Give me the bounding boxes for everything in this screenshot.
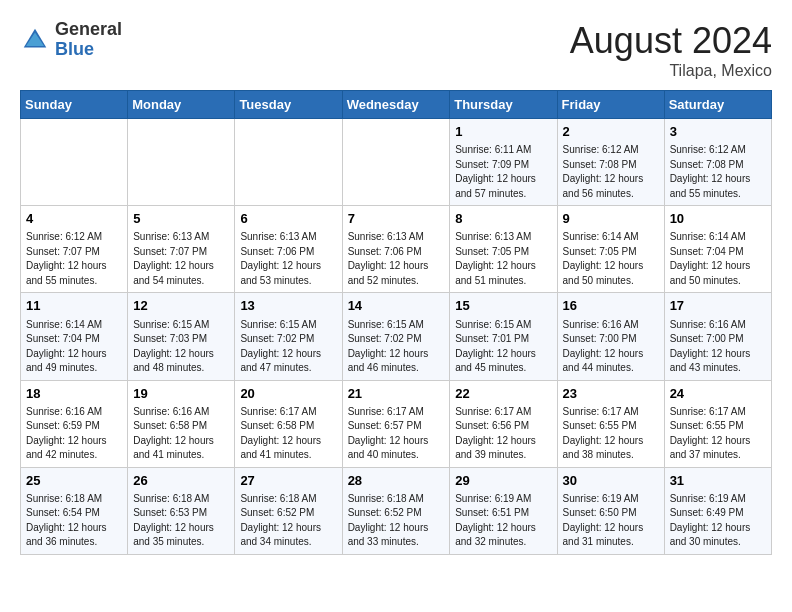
day-number: 24 [670, 385, 766, 403]
cell-content: Sunrise: 6:17 AM Sunset: 6:55 PM Dayligh… [563, 405, 659, 463]
calendar-cell: 29Sunrise: 6:19 AM Sunset: 6:51 PM Dayli… [450, 467, 557, 554]
calendar-week-3: 11Sunrise: 6:14 AM Sunset: 7:04 PM Dayli… [21, 293, 772, 380]
day-number: 12 [133, 297, 229, 315]
day-number: 11 [26, 297, 122, 315]
day-number: 18 [26, 385, 122, 403]
day-number: 4 [26, 210, 122, 228]
cell-content: Sunrise: 6:15 AM Sunset: 7:03 PM Dayligh… [133, 318, 229, 376]
day-number: 28 [348, 472, 445, 490]
day-number: 19 [133, 385, 229, 403]
day-number: 8 [455, 210, 551, 228]
cell-content: Sunrise: 6:13 AM Sunset: 7:07 PM Dayligh… [133, 230, 229, 288]
cell-content: Sunrise: 6:18 AM Sunset: 6:54 PM Dayligh… [26, 492, 122, 550]
day-number: 6 [240, 210, 336, 228]
cell-content: Sunrise: 6:19 AM Sunset: 6:49 PM Dayligh… [670, 492, 766, 550]
day-number: 7 [348, 210, 445, 228]
calendar-cell: 1Sunrise: 6:11 AM Sunset: 7:09 PM Daylig… [450, 119, 557, 206]
day-number: 10 [670, 210, 766, 228]
calendar-cell: 26Sunrise: 6:18 AM Sunset: 6:53 PM Dayli… [128, 467, 235, 554]
calendar-cell: 18Sunrise: 6:16 AM Sunset: 6:59 PM Dayli… [21, 380, 128, 467]
calendar-week-2: 4Sunrise: 6:12 AM Sunset: 7:07 PM Daylig… [21, 206, 772, 293]
month-title: August 2024 [570, 20, 772, 62]
header-monday: Monday [128, 91, 235, 119]
calendar-week-1: 1Sunrise: 6:11 AM Sunset: 7:09 PM Daylig… [21, 119, 772, 206]
calendar-cell: 6Sunrise: 6:13 AM Sunset: 7:06 PM Daylig… [235, 206, 342, 293]
cell-content: Sunrise: 6:15 AM Sunset: 7:02 PM Dayligh… [240, 318, 336, 376]
day-number: 9 [563, 210, 659, 228]
day-number: 13 [240, 297, 336, 315]
cell-content: Sunrise: 6:14 AM Sunset: 7:04 PM Dayligh… [670, 230, 766, 288]
cell-content: Sunrise: 6:18 AM Sunset: 6:53 PM Dayligh… [133, 492, 229, 550]
logo: General Blue [20, 20, 122, 60]
cell-content: Sunrise: 6:17 AM Sunset: 6:58 PM Dayligh… [240, 405, 336, 463]
day-number: 30 [563, 472, 659, 490]
header-friday: Friday [557, 91, 664, 119]
calendar-cell: 9Sunrise: 6:14 AM Sunset: 7:05 PM Daylig… [557, 206, 664, 293]
cell-content: Sunrise: 6:18 AM Sunset: 6:52 PM Dayligh… [348, 492, 445, 550]
cell-content: Sunrise: 6:19 AM Sunset: 6:50 PM Dayligh… [563, 492, 659, 550]
day-number: 23 [563, 385, 659, 403]
calendar-cell: 15Sunrise: 6:15 AM Sunset: 7:01 PM Dayli… [450, 293, 557, 380]
cell-content: Sunrise: 6:15 AM Sunset: 7:01 PM Dayligh… [455, 318, 551, 376]
cell-content: Sunrise: 6:16 AM Sunset: 7:00 PM Dayligh… [563, 318, 659, 376]
page-header: General Blue August 2024 Tilapa, Mexico [20, 20, 772, 80]
cell-content: Sunrise: 6:16 AM Sunset: 6:59 PM Dayligh… [26, 405, 122, 463]
calendar-cell [128, 119, 235, 206]
cell-content: Sunrise: 6:13 AM Sunset: 7:06 PM Dayligh… [240, 230, 336, 288]
calendar-cell: 14Sunrise: 6:15 AM Sunset: 7:02 PM Dayli… [342, 293, 450, 380]
cell-content: Sunrise: 6:13 AM Sunset: 7:06 PM Dayligh… [348, 230, 445, 288]
calendar-cell [21, 119, 128, 206]
header-sunday: Sunday [21, 91, 128, 119]
cell-content: Sunrise: 6:18 AM Sunset: 6:52 PM Dayligh… [240, 492, 336, 550]
logo-icon [20, 25, 50, 55]
calendar-cell: 19Sunrise: 6:16 AM Sunset: 6:58 PM Dayli… [128, 380, 235, 467]
calendar-cell: 5Sunrise: 6:13 AM Sunset: 7:07 PM Daylig… [128, 206, 235, 293]
calendar-cell: 24Sunrise: 6:17 AM Sunset: 6:55 PM Dayli… [664, 380, 771, 467]
day-number: 21 [348, 385, 445, 403]
cell-content: Sunrise: 6:12 AM Sunset: 7:08 PM Dayligh… [670, 143, 766, 201]
calendar-cell: 17Sunrise: 6:16 AM Sunset: 7:00 PM Dayli… [664, 293, 771, 380]
calendar-cell: 7Sunrise: 6:13 AM Sunset: 7:06 PM Daylig… [342, 206, 450, 293]
calendar-cell: 2Sunrise: 6:12 AM Sunset: 7:08 PM Daylig… [557, 119, 664, 206]
day-number: 20 [240, 385, 336, 403]
calendar-cell: 28Sunrise: 6:18 AM Sunset: 6:52 PM Dayli… [342, 467, 450, 554]
header-tuesday: Tuesday [235, 91, 342, 119]
cell-content: Sunrise: 6:17 AM Sunset: 6:57 PM Dayligh… [348, 405, 445, 463]
day-number: 14 [348, 297, 445, 315]
calendar-cell: 12Sunrise: 6:15 AM Sunset: 7:03 PM Dayli… [128, 293, 235, 380]
calendar-cell: 31Sunrise: 6:19 AM Sunset: 6:49 PM Dayli… [664, 467, 771, 554]
logo-text: General Blue [55, 20, 122, 60]
calendar-cell [342, 119, 450, 206]
day-number: 3 [670, 123, 766, 141]
logo-blue: Blue [55, 40, 122, 60]
location: Tilapa, Mexico [570, 62, 772, 80]
calendar-cell: 4Sunrise: 6:12 AM Sunset: 7:07 PM Daylig… [21, 206, 128, 293]
calendar-cell: 16Sunrise: 6:16 AM Sunset: 7:00 PM Dayli… [557, 293, 664, 380]
day-number: 25 [26, 472, 122, 490]
calendar-week-5: 25Sunrise: 6:18 AM Sunset: 6:54 PM Dayli… [21, 467, 772, 554]
calendar-cell: 20Sunrise: 6:17 AM Sunset: 6:58 PM Dayli… [235, 380, 342, 467]
cell-content: Sunrise: 6:16 AM Sunset: 6:58 PM Dayligh… [133, 405, 229, 463]
calendar-cell: 25Sunrise: 6:18 AM Sunset: 6:54 PM Dayli… [21, 467, 128, 554]
cell-content: Sunrise: 6:12 AM Sunset: 7:07 PM Dayligh… [26, 230, 122, 288]
cell-content: Sunrise: 6:14 AM Sunset: 7:05 PM Dayligh… [563, 230, 659, 288]
header-wednesday: Wednesday [342, 91, 450, 119]
calendar-week-4: 18Sunrise: 6:16 AM Sunset: 6:59 PM Dayli… [21, 380, 772, 467]
header-saturday: Saturday [664, 91, 771, 119]
calendar-cell: 8Sunrise: 6:13 AM Sunset: 7:05 PM Daylig… [450, 206, 557, 293]
day-number: 17 [670, 297, 766, 315]
cell-content: Sunrise: 6:11 AM Sunset: 7:09 PM Dayligh… [455, 143, 551, 201]
calendar-cell: 11Sunrise: 6:14 AM Sunset: 7:04 PM Dayli… [21, 293, 128, 380]
calendar-cell: 23Sunrise: 6:17 AM Sunset: 6:55 PM Dayli… [557, 380, 664, 467]
calendar-table: SundayMondayTuesdayWednesdayThursdayFrid… [20, 90, 772, 555]
day-number: 1 [455, 123, 551, 141]
day-number: 15 [455, 297, 551, 315]
calendar-cell: 21Sunrise: 6:17 AM Sunset: 6:57 PM Dayli… [342, 380, 450, 467]
cell-content: Sunrise: 6:15 AM Sunset: 7:02 PM Dayligh… [348, 318, 445, 376]
calendar-cell: 30Sunrise: 6:19 AM Sunset: 6:50 PM Dayli… [557, 467, 664, 554]
calendar-cell: 27Sunrise: 6:18 AM Sunset: 6:52 PM Dayli… [235, 467, 342, 554]
calendar-cell: 3Sunrise: 6:12 AM Sunset: 7:08 PM Daylig… [664, 119, 771, 206]
cell-content: Sunrise: 6:17 AM Sunset: 6:55 PM Dayligh… [670, 405, 766, 463]
calendar-cell: 22Sunrise: 6:17 AM Sunset: 6:56 PM Dayli… [450, 380, 557, 467]
header-thursday: Thursday [450, 91, 557, 119]
